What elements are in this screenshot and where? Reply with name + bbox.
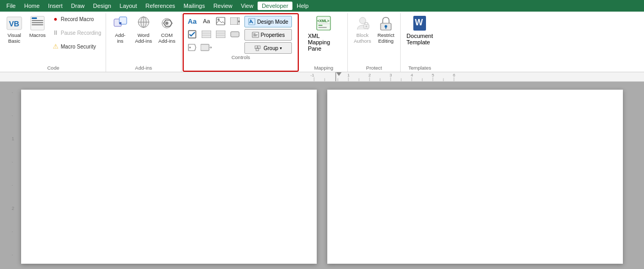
margin-num-4: ·	[12, 159, 14, 165]
svg-rect-3	[32, 17, 37, 19]
ctrl-button[interactable]	[229, 28, 241, 40]
record-macro-button[interactable]: ● Record Macro	[50, 14, 103, 24]
svg-point-29	[190, 47, 191, 49]
svg-rect-43	[318, 25, 323, 26]
menu-references[interactable]: References	[141, 2, 179, 10]
svg-rect-44	[318, 27, 327, 28]
menu-home[interactable]: Home	[20, 2, 44, 10]
macros-label: Macros	[29, 32, 45, 38]
ribbon-group-addins: Add-ins WordAdd-ins	[106, 13, 182, 72]
restrict-editing-icon	[377, 15, 394, 32]
svg-text:2: 2	[368, 73, 371, 78]
margin-num-5: ·	[12, 182, 14, 188]
ctrl-image[interactable]	[214, 15, 227, 27]
block-authors-button[interactable]: BlockAuthors	[351, 13, 374, 46]
macros-icon	[29, 15, 46, 32]
ctrl-dropdown[interactable]	[200, 42, 213, 53]
document-page-1	[21, 90, 317, 264]
ctrl-list[interactable]	[200, 28, 213, 40]
design-mode-button[interactable]: Design Mode	[244, 16, 292, 27]
margin-num-1: ·	[12, 90, 14, 95]
visual-basic-icon: VB	[6, 15, 23, 32]
svg-rect-28	[231, 32, 239, 37]
com-add-ins-button[interactable]: COMAdd-ins	[156, 13, 178, 46]
restrict-editing-button[interactable]: RestrictEditing	[375, 13, 397, 46]
block-authors-label: BlockAuthors	[354, 32, 371, 44]
menu-review[interactable]: Review	[209, 2, 236, 10]
ctrl-list2[interactable]	[214, 28, 227, 40]
group-button[interactable]: Group ▾	[244, 42, 292, 54]
svg-text:VB: VB	[9, 20, 19, 28]
document-template-icon: W	[411, 15, 428, 33]
document-template-label: DocumentTemplate	[406, 33, 433, 45]
menu-mailings[interactable]: Mailings	[179, 2, 209, 10]
svg-text:3: 3	[390, 73, 392, 78]
ribbon-group-templates: W DocumentTemplate Templates	[401, 13, 439, 72]
properties-button[interactable]: Properties	[244, 29, 292, 41]
svg-rect-30	[201, 44, 209, 51]
margin-num-6: 2	[12, 206, 14, 211]
margin-num-7: ·	[12, 229, 14, 234]
menu-file[interactable]: File	[2, 2, 20, 10]
macro-buttons: ● Record Macro ⏸ Pause Recording ⚠ Macro…	[50, 13, 103, 51]
ctrl-combo[interactable]: ▾	[229, 15, 241, 27]
add-ins-group-label: Add-ins	[135, 65, 152, 72]
group-label: Group	[263, 45, 278, 51]
svg-text:W: W	[415, 18, 423, 27]
ctrl-aa-small[interactable]: Aa	[200, 15, 213, 27]
ctrl-aa-large[interactable]: Aa	[186, 15, 198, 27]
svg-text:<XML>: <XML>	[317, 19, 329, 23]
margin-num-8: ·	[12, 252, 14, 257]
menu-draw[interactable]: Draw	[67, 2, 89, 10]
macro-security-button[interactable]: ⚠ Macro Security	[50, 42, 103, 51]
ribbon-content: VB VisualBasic	[0, 12, 644, 72]
security-icon: ⚠	[52, 43, 59, 50]
ruler: 1 2 3 4 5 6 -1	[0, 72, 644, 82]
block-authors-icon	[354, 15, 371, 32]
macros-button[interactable]: Macros	[26, 13, 49, 46]
com-add-ins-icon	[158, 15, 175, 32]
svg-text:6: 6	[453, 73, 455, 78]
ribbon-group-protect: BlockAuthors RestrictEditing	[348, 13, 401, 72]
document-template-button[interactable]: W DocumentTemplate	[404, 13, 435, 47]
record-icon: ●	[52, 15, 59, 23]
menu-developer[interactable]: Developer	[258, 2, 292, 10]
menu-insert[interactable]: Insert	[44, 2, 67, 10]
pause-recording-label: Pause Recording	[61, 30, 101, 36]
visual-basic-label: VisualBasic	[7, 32, 21, 44]
controls-group-label: Controls	[186, 54, 296, 61]
word-add-ins-icon	[135, 15, 152, 32]
svg-text:5: 5	[432, 73, 434, 78]
pause-icon: ⏸	[52, 29, 59, 36]
svg-rect-53	[0, 72, 644, 81]
menu-bar: File Home Insert Draw Design Layout Refe…	[0, 0, 644, 12]
svg-point-17	[217, 18, 220, 21]
add-ins-button[interactable]: Add-ins	[109, 13, 131, 46]
svg-rect-5	[32, 22, 43, 23]
code-group-label: Code	[48, 65, 60, 72]
xml-mapping-label: XML MappingPane	[308, 33, 339, 52]
menu-view[interactable]: View	[236, 2, 258, 10]
protect-group-label: Protect	[366, 65, 382, 72]
svg-rect-40	[317, 16, 330, 30]
ctrl-check[interactable]	[186, 28, 198, 40]
ctrl-tag[interactable]	[186, 42, 198, 53]
svg-rect-4	[32, 20, 43, 21]
group-dropdown-icon: ▾	[280, 46, 282, 51]
menu-layout[interactable]: Layout	[116, 2, 141, 10]
xml-mapping-pane-button[interactable]: <XML> XML MappingPane	[303, 13, 344, 53]
svg-point-47	[365, 26, 367, 27]
word-add-ins-label: WordAdd-ins	[135, 32, 152, 44]
menu-design[interactable]: Design	[89, 2, 115, 10]
svg-point-49	[385, 25, 387, 28]
mapping-group-label: Mapping	[314, 65, 333, 72]
word-add-ins-button[interactable]: WordAdd-ins	[132, 13, 155, 46]
ribbon-group-controls: Aa Aa ▾	[183, 13, 299, 72]
svg-rect-6	[32, 24, 43, 25]
properties-label: Properties	[261, 32, 285, 38]
xml-mapping-icon: <XML>	[315, 15, 332, 33]
visual-basic-button[interactable]: VB VisualBasic	[3, 13, 25, 46]
pause-recording-button[interactable]: ⏸ Pause Recording	[50, 28, 103, 37]
menu-help[interactable]: Help	[292, 2, 313, 10]
restrict-editing-label: RestrictEditing	[377, 32, 394, 44]
